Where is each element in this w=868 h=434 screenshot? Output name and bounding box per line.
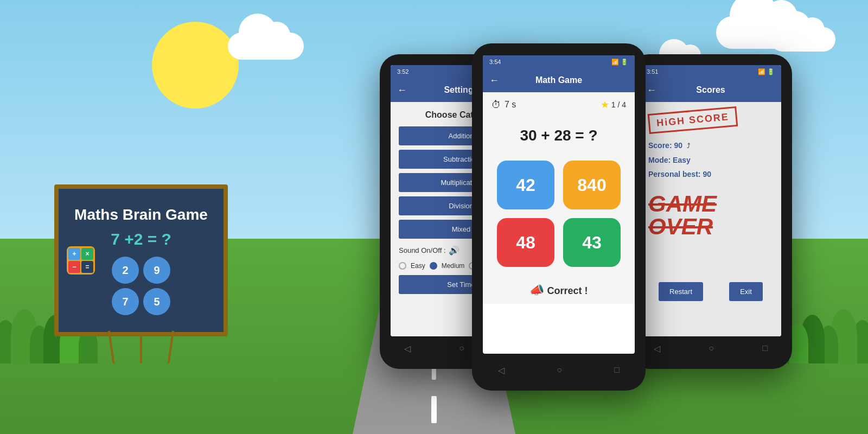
nav-back-icon[interactable]: ◁ <box>404 343 411 354</box>
game-equation: 30 + 28 = ? <box>492 127 626 144</box>
stars-display: ★ 1 / 4 <box>601 99 626 111</box>
mode-row: Mode: Easy <box>648 153 773 168</box>
game-time: 3:54 <box>489 59 501 65</box>
game-content: ⏱ 7 s ★ 1 / 4 30 + 28 = ? 42 840 48 43 📣… <box>483 92 635 304</box>
scores-content: HiGH SCORE Score: 90 ⤴ Mode: Easy Person… <box>640 102 781 336</box>
high-score-stamp: HiGH SCORE <box>648 106 738 134</box>
medium-label: Medium <box>442 262 465 270</box>
chalkboard-container: + × − = Maths Brain Game 7 +2 = ? 2 9 7 … <box>54 184 228 336</box>
scores-screen: 3:51 📶 🔋 ← Scores HiGH SCORE Score: 90 ⤴… <box>640 65 781 336</box>
easy-radio[interactable] <box>399 262 406 270</box>
game-nav-back-icon[interactable]: ◁ <box>498 365 505 375</box>
medium-radio[interactable] <box>430 262 437 270</box>
cb-answer-4: 5 <box>143 288 170 315</box>
cloud-1 <box>228 33 304 60</box>
game-header: ← Math Game <box>483 68 635 92</box>
cb-answer-2: 9 <box>143 257 170 284</box>
timer-icon: ⏱ <box>492 99 501 111</box>
settings-time: 3:52 <box>397 68 409 75</box>
answer-button-4[interactable]: 43 <box>563 218 621 267</box>
score-label: Score: <box>648 141 672 150</box>
sound-label: Sound On/Off : <box>399 246 445 254</box>
easy-label: Easy <box>411 262 425 270</box>
score-info: Score: 90 ⤴ Mode: Easy Personal best: 90 <box>648 138 773 182</box>
share-icon[interactable]: ⤴ <box>687 142 690 150</box>
game-screen: 3:54 📶 🔋 ← Math Game ⏱ 7 s ★ 1 / 4 30 + … <box>483 55 635 354</box>
correct-icon: 📣 <box>529 283 544 297</box>
game-nav-square-icon[interactable]: □ <box>614 365 620 375</box>
exit-button[interactable]: Exit <box>729 282 763 301</box>
settings-back-button[interactable]: ← <box>397 85 407 96</box>
game-title: Math Game <box>535 75 582 85</box>
star-icon: ★ <box>601 99 609 111</box>
nav-home-icon[interactable]: ○ <box>459 343 464 354</box>
chalkboard-equation: 7 +2 = ? <box>111 230 171 248</box>
chalkboard-icon: + × − = <box>67 246 95 275</box>
cb-answer-1: 2 <box>112 257 139 284</box>
game-nav-bar: ◁ ○ □ <box>472 361 646 380</box>
mode-label: Mode: <box>648 156 671 164</box>
game-status-bar: 3:54 📶 🔋 <box>483 55 635 68</box>
cloud-4 <box>770 27 835 52</box>
answer-button-2[interactable]: 840 <box>563 161 621 209</box>
score-row: Score: 90 ⤴ <box>648 138 773 153</box>
phone-scores: 3:51 📶 🔋 ← Scores HiGH SCORE Score: 90 ⤴… <box>629 54 792 369</box>
scores-back-button[interactable]: ← <box>647 85 656 96</box>
game-over-display: GAME OVER <box>648 193 773 238</box>
sun <box>152 22 239 108</box>
game-over-line2: OVER <box>648 215 773 238</box>
chalkboard-title: Maths Brain Game <box>74 206 208 224</box>
restart-button[interactable]: Restart <box>659 282 703 301</box>
chalkboard-answers: 2 9 7 5 <box>112 257 170 315</box>
game-back-button[interactable]: ← <box>489 75 499 86</box>
timer-row: ⏱ 7 s ★ 1 / 4 <box>492 99 626 111</box>
cb-answer-3: 7 <box>112 288 139 315</box>
scores-nav-back-icon[interactable]: ◁ <box>654 343 660 354</box>
scores-btn-row: Restart Exit <box>640 282 781 301</box>
answer-button-1[interactable]: 42 <box>497 161 554 209</box>
scores-header: ← Scores <box>640 78 781 102</box>
scores-time: 3:51 <box>647 68 658 75</box>
game-nav-home-icon[interactable]: ○ <box>557 365 562 375</box>
high-score-text: HiGH SCORE <box>656 111 729 129</box>
mode-value: Easy <box>673 156 691 164</box>
chalkboard: + × − = Maths Brain Game 7 +2 = ? 2 9 7 … <box>54 184 228 336</box>
answer-button-3[interactable]: 48 <box>497 218 554 267</box>
personal-best-label: Personal best: <box>648 170 700 178</box>
easel-leg-center <box>140 334 142 363</box>
score-value: 90 <box>674 141 682 150</box>
game-status-icons: 📶 🔋 <box>611 59 628 66</box>
personal-best-row: Personal best: 90 <box>648 167 773 182</box>
correct-text: Correct ! <box>547 285 588 296</box>
stars-value: 1 / 4 <box>611 100 626 109</box>
answers-grid: 42 840 48 43 <box>492 161 626 267</box>
phone-notch <box>537 43 580 53</box>
scores-nav-square-icon[interactable]: □ <box>763 343 768 354</box>
scores-nav-bar: ◁ ○ □ <box>629 339 792 358</box>
scores-status-icons: 📶 🔋 <box>758 68 775 75</box>
timer-value: 7 s <box>505 100 516 110</box>
game-over-line1: GAME <box>648 193 773 215</box>
phone-game: 3:54 📶 🔋 ← Math Game ⏱ 7 s ★ 1 / 4 30 + … <box>472 43 646 391</box>
road-line-1 <box>431 396 437 423</box>
personal-best-value: 90 <box>703 170 711 178</box>
scores-nav-home-icon[interactable]: ○ <box>709 343 714 354</box>
timer-display: ⏱ 7 s <box>492 99 516 111</box>
sound-icon[interactable]: 🔊 <box>449 245 459 256</box>
scores-title: Scores <box>696 85 725 95</box>
correct-message: 📣 Correct ! <box>492 283 626 297</box>
scores-status-bar: 3:51 📶 🔋 <box>640 65 781 78</box>
